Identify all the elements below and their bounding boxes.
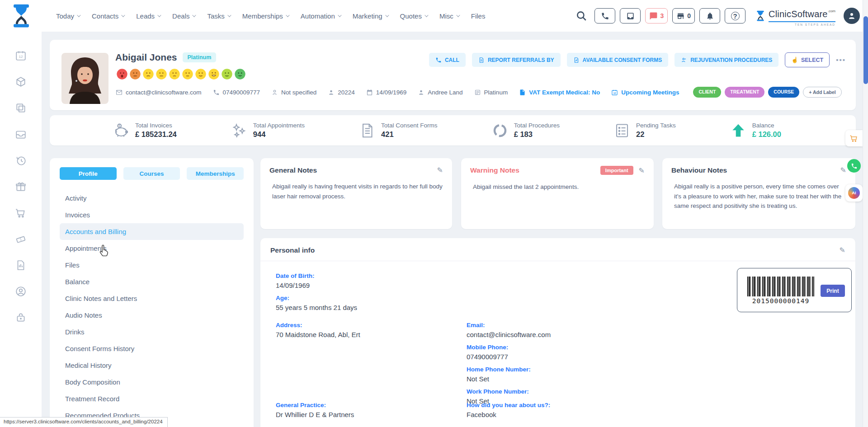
shop-count-badge: 0	[687, 12, 691, 19]
dob-value: 14/09/1969	[276, 282, 357, 289]
nav-memberships[interactable]: Memberships	[242, 12, 288, 20]
emoji-rating-4[interactable]	[155, 68, 168, 80]
inbox-button[interactable]	[620, 8, 641, 23]
emoji-rating-5[interactable]	[168, 68, 181, 80]
emoji-rating-1[interactable]	[116, 68, 128, 80]
document-icon	[519, 89, 526, 96]
chevron-down-icon	[121, 13, 125, 17]
app-logo-hourglass-icon[interactable]	[8, 3, 34, 29]
nav-deals[interactable]: Deals	[172, 12, 195, 20]
emoji-rating-6[interactable]	[181, 68, 194, 80]
hear-value: Facebook	[467, 411, 550, 418]
emoji-rating-3[interactable]	[142, 68, 155, 80]
search-icon[interactable]	[576, 10, 587, 22]
call-button[interactable]: CALL	[429, 53, 466, 67]
print-barcode-button[interactable]: Print	[821, 285, 845, 297]
nav-contacts[interactable]: Contacts	[92, 12, 124, 20]
sidebar-tray-icon[interactable]	[15, 128, 27, 140]
pointer-hand-icon: ☝	[791, 56, 798, 63]
emoji-rating-7[interactable]	[194, 68, 207, 80]
tab-memberships[interactable]: Memberships	[187, 167, 244, 180]
tab-profile[interactable]: Profile	[60, 167, 117, 180]
menu-item-body-composition[interactable]: Body Composition	[60, 374, 244, 390]
patient-owner[interactable]: Andree Land	[418, 89, 462, 96]
nav-files[interactable]: Files	[471, 12, 486, 20]
menu-item-activity[interactable]: Activity	[60, 190, 244, 206]
menu-item-medical-history[interactable]: Medical History	[60, 357, 244, 374]
shop-button[interactable]: 0	[672, 8, 695, 23]
nav-deals-label: Deals	[172, 12, 189, 20]
meeting-calendar-icon: 12	[611, 89, 618, 96]
label-course[interactable]: COURSE	[768, 87, 799, 98]
report-referrals-button[interactable]: REPORT REFERRALS BY	[472, 53, 561, 67]
nav-misc[interactable]: Misc	[439, 12, 459, 20]
sidebar-package-icon[interactable]	[15, 76, 27, 88]
patient-mobile[interactable]: 07490009777	[213, 89, 260, 96]
nav-leads[interactable]: Leads	[136, 12, 160, 20]
add-label-button[interactable]: + Add Label	[803, 87, 841, 98]
calendar-icon	[366, 89, 373, 96]
menu-item-treatment-record[interactable]: Treatment Record	[60, 390, 244, 407]
home-phone-value: Not Set	[467, 375, 551, 383]
emoji-rating-2[interactable]	[129, 68, 142, 80]
tab-courses[interactable]: Courses	[123, 167, 180, 180]
vat-exempt-link[interactable]: VAT Exempt Medical: No	[519, 89, 600, 96]
menu-item-files[interactable]: Files	[60, 257, 244, 273]
patient-photo[interactable]	[61, 53, 108, 104]
nav-automation[interactable]: Automation	[301, 12, 340, 20]
upcoming-meetings-link[interactable]: 12 Upcoming Meetings	[611, 89, 679, 96]
chat-count-badge: 3	[660, 12, 664, 19]
floating-cart-button[interactable]	[845, 130, 863, 146]
edit-pencil-icon[interactable]: ✎	[840, 166, 846, 174]
icon-sidebar: 12	[0, 32, 42, 427]
patient-email[interactable]: contact@clinicsoftware.com	[116, 89, 202, 96]
sidebar-gift-icon[interactable]	[15, 181, 27, 192]
nav-tasks[interactable]: Tasks	[207, 12, 230, 20]
emoji-rating-10[interactable]	[234, 68, 246, 80]
edit-pencil-icon[interactable]: ✎	[840, 246, 845, 254]
sidebar-calendar-icon[interactable]: 12	[15, 50, 27, 61]
label-treatment[interactable]: TREATMENT	[725, 87, 764, 98]
call-center-button[interactable]	[594, 8, 615, 23]
emoji-rating-9[interactable]	[221, 68, 233, 80]
floating-ai-button[interactable]: AI	[845, 184, 863, 202]
rejuvenation-procedures-button[interactable]: REJUVENATION PROCEDURES	[675, 53, 778, 67]
floating-phone-button[interactable]	[847, 159, 861, 173]
menu-item-clinic-notes-and-letters[interactable]: Clinic Notes and Letters	[60, 290, 244, 307]
sidebar-case-icon[interactable]	[15, 312, 27, 324]
scrollbar-thumb[interactable]	[863, 16, 868, 84]
chat-button[interactable]: 3	[645, 8, 668, 23]
donut-chart-icon	[492, 122, 508, 139]
sidebar-report-icon[interactable]	[15, 259, 27, 271]
menu-item-consent-forms-history[interactable]: Consent Forms History	[60, 340, 244, 357]
address-value: 70 Maidstone Road, Abl, Ert	[276, 331, 360, 338]
menu-item-audio-notes[interactable]: Audio Notes	[60, 307, 244, 324]
more-options-button[interactable]: •••	[836, 56, 846, 64]
menu-item-appointments[interactable]: Appointments	[60, 240, 244, 257]
nav-today[interactable]: Today	[56, 12, 80, 20]
page-scrollbar[interactable]	[863, 0, 868, 427]
nav-quotes[interactable]: Quotes	[400, 12, 427, 20]
notifications-button[interactable]	[699, 8, 720, 23]
menu-item-accounts-and-billing[interactable]: Accounts and Billing	[60, 223, 244, 240]
emoji-rating-8[interactable]	[208, 68, 220, 80]
help-button[interactable]: ?	[725, 8, 745, 23]
sidebar-cart-icon[interactable]	[15, 207, 27, 219]
menu-item-drinks[interactable]: Drinks	[60, 324, 244, 340]
user-avatar[interactable]	[844, 8, 860, 24]
nav-marketing[interactable]: Marketing	[353, 12, 388, 20]
edit-pencil-icon[interactable]: ✎	[437, 166, 443, 174]
phone-icon	[435, 57, 442, 63]
sidebar-account-icon[interactable]	[15, 286, 27, 297]
label-client[interactable]: CLIENT	[693, 87, 721, 98]
age-value: 55 years 5 months 21 days	[276, 304, 357, 311]
question-mark-icon: ?	[731, 12, 740, 20]
menu-item-invoices[interactable]: Invoices	[60, 206, 244, 223]
sidebar-layers-icon[interactable]	[15, 102, 27, 114]
available-consent-forms-button[interactable]: AVAILABLE CONSENT FORMS	[567, 53, 669, 67]
select-button[interactable]: ☝ SELECT	[785, 52, 830, 67]
menu-item-balance[interactable]: Balance	[60, 273, 244, 290]
sidebar-voucher-icon[interactable]	[15, 233, 27, 245]
sidebar-history-icon[interactable]	[15, 155, 27, 166]
edit-pencil-icon[interactable]: ✎	[639, 166, 645, 175]
